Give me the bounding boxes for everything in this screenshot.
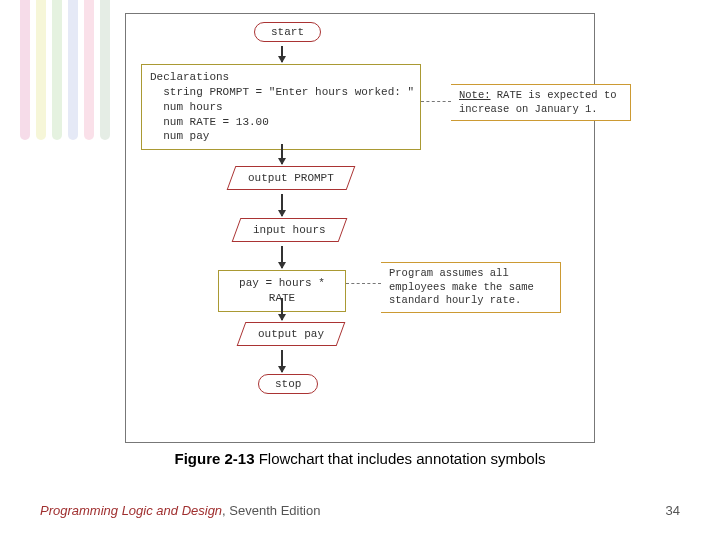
flowchart-stage: start Declarations string PROMPT = "Ente…	[126, 14, 594, 442]
io-text: output PROMPT	[248, 172, 334, 184]
annotation-program-note: Program assumes all employees make the s…	[381, 262, 561, 313]
io-output-pay: output pay	[241, 322, 341, 346]
arrow	[281, 144, 283, 164]
arrow	[281, 350, 283, 372]
terminal-stop: stop	[258, 374, 318, 394]
caption-text: Flowchart that includes annotation symbo…	[255, 450, 546, 467]
process-declarations: Declarations string PROMPT = "Enter hour…	[141, 64, 421, 150]
connector-dash	[421, 101, 451, 102]
book-title: Programming Logic and Design	[40, 503, 222, 518]
figure-caption: Figure 2-13 Flowchart that includes anno…	[0, 450, 720, 467]
decorative-strips	[20, 0, 110, 140]
decl-line: num hours	[150, 100, 412, 115]
decl-line: Declarations	[150, 70, 412, 85]
footer-book: Programming Logic and Design, Seventh Ed…	[40, 503, 320, 518]
arrow	[281, 246, 283, 268]
io-input-hours: input hours	[236, 218, 343, 242]
annotation-rate-note: Note: RATE is expected to increase on Ja…	[451, 84, 631, 121]
decl-line: num pay	[150, 129, 412, 144]
terminal-start: start	[254, 22, 321, 42]
arrow	[281, 298, 283, 320]
decl-line: string PROMPT = "Enter hours worked: "	[150, 85, 412, 100]
caption-label: Figure 2-13	[174, 450, 254, 467]
flowchart-frame: start Declarations string PROMPT = "Ente…	[125, 13, 595, 443]
connector-dash	[346, 283, 381, 284]
io-text: output pay	[258, 328, 324, 340]
arrow	[281, 46, 283, 62]
io-text: input hours	[253, 224, 326, 236]
io-output-prompt: output PROMPT	[231, 166, 351, 190]
book-edition: , Seventh Edition	[222, 503, 320, 518]
page-number: 34	[666, 503, 680, 518]
arrow	[281, 194, 283, 216]
annot-label: Note:	[459, 89, 491, 101]
decl-line: num RATE = 13.00	[150, 115, 412, 130]
